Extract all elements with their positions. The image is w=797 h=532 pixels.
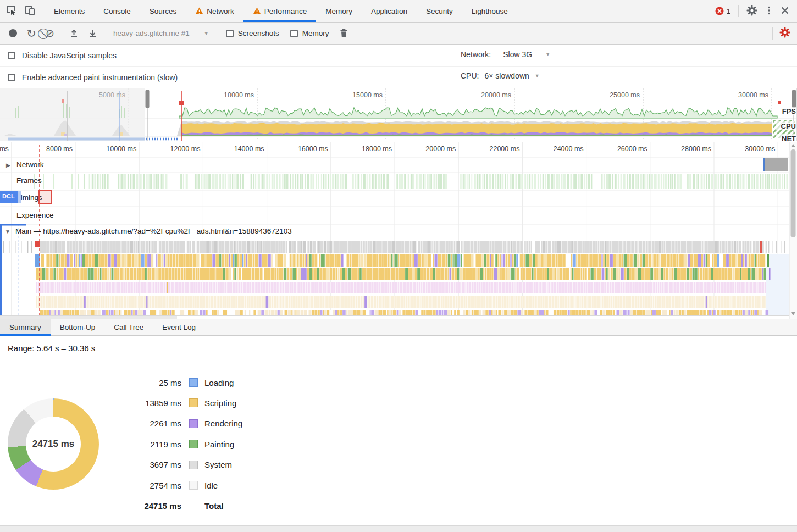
record-button[interactable]: [3, 25, 22, 42]
svg-text:25000 ms: 25000 ms: [610, 91, 640, 99]
network-throttle-label: Network:: [461, 50, 491, 59]
svg-text:30000 ms: 30000 ms: [738, 91, 768, 99]
legend-swatch-icon: [189, 378, 198, 387]
svg-text:15000 ms: 15000 ms: [352, 91, 383, 99]
donut-total-label: 24715 ms: [32, 439, 75, 450]
expand-arrow-icon[interactable]: ▶: [6, 162, 10, 168]
warning-icon: [253, 7, 261, 15]
chevron-down-icon[interactable]: ▼: [545, 52, 550, 57]
load-profile-button[interactable]: [64, 25, 83, 42]
screenshots-checkbox[interactable]: Screenshots: [220, 29, 285, 37]
divider: [42, 4, 42, 18]
load-event-marker[interactable]: [38, 190, 52, 204]
legend-swatch-icon: [189, 481, 198, 490]
ruler-tick-label: 14000 ms: [214, 145, 264, 153]
ruler-tick-label: 10000 ms: [86, 145, 136, 153]
timeline-tracks[interactable]: 6000 ms8000 ms10000 ms12000 ms14000 ms16…: [0, 142, 797, 319]
details-tab-bottom-up[interactable]: Bottom-Up: [51, 319, 105, 335]
checkbox[interactable]: [8, 74, 15, 81]
error-icon: [715, 7, 724, 15]
devtools-tabbar: ElementsConsoleSourcesNetworkPerformance…: [0, 0, 797, 23]
disable-js-samples-checkbox[interactable]: Disable JavaScript samples: [0, 51, 117, 60]
svg-text:FPS: FPS: [782, 107, 796, 115]
ruler-tick-label: 6000 ms: [0, 145, 9, 153]
ruler-tick-label: 26000 ms: [597, 145, 647, 153]
checkbox[interactable]: [226, 30, 234, 37]
checkbox[interactable]: [8, 52, 15, 59]
details-tab-summary[interactable]: Summary: [0, 319, 51, 335]
devtools-window: ElementsConsoleSourcesNetworkPerformance…: [0, 0, 797, 532]
tab-sources[interactable]: Sources: [140, 0, 186, 22]
legend-row-idle: 2754 msIdle: [126, 477, 218, 494]
svg-text:CPU: CPU: [781, 122, 796, 130]
warning-icon: [195, 7, 203, 15]
svg-text:10000 ms: 10000 ms: [224, 91, 254, 99]
save-profile-button[interactable]: [83, 25, 102, 42]
legend-row-system: 3697 msSystem: [126, 457, 232, 473]
ruler-tick-label: 20000 ms: [405, 145, 456, 153]
tab-lighthouse[interactable]: Lighthouse: [462, 0, 517, 22]
close-devtools-icon[interactable]: [781, 6, 789, 16]
legend-swatch-icon: [189, 398, 198, 407]
history-select[interactable]: heavy-ads.glitch.me #1 ▼: [107, 29, 215, 37]
tab-performance[interactable]: Performance: [243, 0, 316, 22]
settings-gear-icon[interactable]: [746, 5, 757, 18]
capture-settings-row-2: Enable advanced paint instrumentation (s…: [0, 66, 797, 88]
paint-instrumentation-checkbox[interactable]: Enable advanced paint instrumentation (s…: [0, 73, 178, 82]
svg-text:NET: NET: [782, 135, 796, 141]
performance-toolbar: ↻ ⃠⊘ heavy-ads.glitch.me #1 ▼ Screenshot…: [0, 23, 797, 45]
inspect-element-icon[interactable]: [5, 5, 16, 18]
legend-swatch-icon: [189, 419, 198, 428]
chevron-down-icon: ▼: [204, 31, 209, 36]
divider: [772, 27, 773, 40]
chevron-down-icon[interactable]: ▼: [535, 73, 540, 79]
tab-network[interactable]: Network: [186, 0, 243, 22]
divider: [218, 27, 218, 40]
details-tabbar: SummaryBottom-UpCall TreeEvent Log: [0, 319, 797, 336]
ruler-tick-label: 24000 ms: [533, 145, 584, 153]
legend-swatch-icon: [189, 440, 198, 448]
capture-settings-row-1: Disable JavaScript samples: [0, 45, 797, 66]
tab-memory[interactable]: Memory: [316, 0, 362, 22]
error-count-badge[interactable]: 1: [715, 7, 730, 15]
device-toolbar-icon[interactable]: [24, 5, 35, 18]
tab-elements[interactable]: Elements: [45, 0, 94, 22]
collapse-arrow-icon[interactable]: ▼: [5, 229, 10, 235]
track-label-frames[interactable]: Frames: [16, 176, 42, 185]
tab-security[interactable]: Security: [417, 0, 462, 22]
legend-swatch-icon: [189, 461, 198, 469]
timeline-overview[interactable]: 5000 ms10000 ms15000 ms20000 ms25000 ms3…: [0, 88, 797, 142]
memory-checkbox[interactable]: Memory: [285, 29, 335, 37]
details-tab-call-tree[interactable]: Call Tree: [104, 319, 153, 335]
dcl-event-marker[interactable]: DCL: [0, 191, 21, 203]
legend-row-rendering: 2261 msRendering: [126, 415, 242, 432]
legend-row-scripting: 13859 msScripting: [126, 395, 236, 411]
clear-button[interactable]: ⃠⊘: [41, 25, 59, 42]
error-count: 1: [727, 7, 730, 15]
network-throttle-select[interactable]: Slow 3G: [503, 50, 532, 59]
reload-and-record-button[interactable]: ↻: [22, 25, 41, 42]
kebab-menu-icon[interactable]: [765, 5, 773, 17]
ruler-tick-label: 8000 ms: [22, 145, 73, 153]
tab-application[interactable]: Application: [362, 0, 417, 22]
ruler-tick-label: 16000 ms: [278, 145, 328, 153]
cpu-throttle-label: CPU:: [461, 71, 479, 80]
track-label-experience[interactable]: Experience: [16, 211, 54, 219]
ruler-tick-label: 18000 ms: [341, 145, 392, 153]
checkbox[interactable]: [290, 30, 298, 37]
legend-row-loading: 25 msLoading: [126, 374, 234, 391]
garbage-collect-icon[interactable]: [335, 25, 353, 42]
capture-settings-gear-icon[interactable]: [779, 27, 790, 40]
cpu-throttle-select[interactable]: 6× slowdown: [484, 71, 529, 80]
tab-console[interactable]: Console: [94, 0, 140, 22]
cpu-throttle-control: CPU: 6× slowdown ▼: [461, 71, 540, 80]
track-label-main[interactable]: Main — https://heavy-ads.glitch.me/?ad=%…: [15, 227, 292, 235]
ruler-tick-label: 22000 ms: [469, 145, 519, 153]
legend-row-total: 24715 msTotal: [126, 497, 224, 514]
network-throttle-control: Network: Slow 3G ▼: [461, 50, 550, 59]
legend-row-painting: 2119 msPainting: [126, 436, 234, 452]
panel-tabs: ElementsConsoleSourcesNetworkPerformance…: [45, 0, 517, 22]
svg-text:20000 ms: 20000 ms: [481, 91, 511, 99]
track-label-network[interactable]: Network: [16, 160, 44, 169]
details-tab-event-log[interactable]: Event Log: [153, 319, 205, 335]
